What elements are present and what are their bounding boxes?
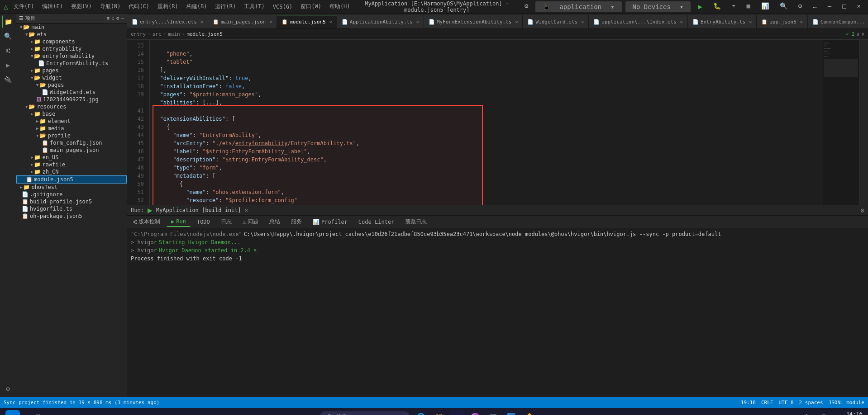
bottom-tab-summary[interactable]: 总结 [265, 217, 285, 227]
gear-btn[interactable]: ⚙ [795, 1, 806, 12]
more-btn[interactable]: … [809, 1, 820, 12]
tree-item-img[interactable]: 🖼 1702344909275.jpg [16, 96, 127, 103]
tree-item-ets[interactable]: ▼ 📂 ets [16, 31, 127, 38]
taskbar-icon-files[interactable]: 📁 [432, 410, 446, 415]
run-start-btn[interactable]: ▶ [148, 207, 153, 214]
menu-tools[interactable]: 工具(T) [241, 2, 267, 11]
menu-code[interactable]: 代码(C) [126, 2, 152, 11]
start-button[interactable]: ⊞ [5, 410, 20, 415]
settings-side-icon[interactable]: ⚙ [2, 382, 14, 395]
system-tray[interactable]: ∧ 中 ⊕ 🔊 [798, 413, 826, 415]
tree-toolbar-btn3[interactable]: ⚙ [116, 15, 119, 21]
minimize-btn[interactable]: — [824, 1, 835, 12]
breadcrumb-module[interactable]: module.json5 [186, 31, 222, 37]
tab-main-pages[interactable]: 📋 main_pages.json ✕ [208, 15, 277, 28]
close-btn[interactable]: ✕ [854, 1, 864, 12]
tree-item-pages[interactable]: ▶ 📁 pages [16, 67, 127, 74]
tab-close-btn[interactable]: ✕ [800, 19, 803, 24]
search-bar[interactable]: 🔍 搜索 [320, 411, 410, 415]
settings-icon[interactable]: ⚙ [521, 1, 532, 12]
stop-btn[interactable]: ■ [743, 1, 754, 12]
tab-close-btn[interactable]: ✕ [329, 19, 332, 24]
tab-close-btn[interactable]: ✕ [680, 19, 683, 24]
menu-help[interactable]: 帮助(H) [327, 2, 353, 11]
run-btn[interactable]: ▶ [694, 1, 706, 12]
tree-item-media[interactable]: ▶ 📁 media [16, 125, 127, 132]
tree-item-entryability[interactable]: ▶ 📁 entryability [16, 45, 127, 52]
bottom-tab-version[interactable]: ⑆ 版本控制 [129, 217, 165, 227]
menu-view[interactable]: 视图(V) [68, 2, 95, 11]
breadcrumb-src[interactable]: src [153, 31, 162, 37]
tab-app-json5[interactable]: 📋 app.json5 ✕ [757, 15, 808, 28]
breadcrumb-main[interactable]: main [168, 31, 180, 37]
tab-module-json5[interactable]: 📋 module.json5 ✕ [277, 15, 337, 28]
tree-item-en-us[interactable]: ▶ 📁 en_US [16, 154, 127, 161]
tab-close-btn[interactable]: ✕ [269, 19, 272, 24]
menu-window[interactable]: 窗口(W) [298, 2, 324, 11]
tree-item-zh-cn[interactable]: ▶ 📁 zh_CN [16, 168, 127, 175]
tree-item-form-config[interactable]: 📋 form_config.json [16, 139, 127, 146]
tree-item-hvigorfile[interactable]: 📄 hvigorfile.ts [16, 205, 127, 212]
tab-widgetcard[interactable]: 📄 WidgetCard.ets ✕ [523, 15, 589, 28]
arrow-down-icon[interactable]: ∨ [861, 31, 864, 37]
tree-item-main-pages-json[interactable]: 📋 main_pages.json [16, 146, 127, 154]
taskbar-icon-dev[interactable]: ◇ [450, 410, 464, 415]
tree-item-resources[interactable]: ▼ 📂 resources [16, 103, 127, 110]
bottom-tab-linter[interactable]: Code Linter [354, 217, 399, 226]
menu-edit[interactable]: 编辑(E) [39, 2, 66, 11]
tab-close-btn[interactable]: ✕ [200, 19, 203, 24]
run-close-btn[interactable]: ✕ [245, 207, 248, 213]
tree-item-entryformability[interactable]: ▼ 📂 entryformability [16, 52, 127, 60]
taskbar-icon-1[interactable]: 🗂 [301, 410, 316, 415]
maximize-btn[interactable]: □ [839, 1, 849, 12]
plugin-icon[interactable]: 🔌 [2, 73, 14, 86]
tree-item-widgetcard[interactable]: 📄 WidgetCard.ets [16, 89, 127, 96]
menu-build[interactable]: 构建(B) [184, 2, 210, 11]
notifications-label[interactable]: 通知 [860, 42, 868, 45]
tree-item-components[interactable]: ▶ 📁 components [16, 38, 127, 45]
line-ending[interactable]: CRLF [761, 400, 773, 406]
file-type[interactable]: JSON: module [829, 400, 864, 406]
tree-item-gitignore[interactable]: 📄 .gitignore [16, 191, 127, 198]
indent-size[interactable]: 2 spaces [799, 400, 823, 406]
tree-item-element[interactable]: ▶ 📁 element [16, 118, 127, 125]
tab-myform[interactable]: 📄 MyFormExtensionAbility.ts ✕ [424, 15, 523, 28]
bottom-tab-preview-log[interactable]: 预览日志 [401, 217, 431, 227]
menu-run[interactable]: 运行(R) [212, 2, 238, 11]
tree-toolbar-btn1[interactable]: ≡ [107, 15, 110, 21]
taskbar-icon-blue[interactable]: 🟦 [504, 410, 519, 415]
tree-item-oh-package[interactable]: 📋 oh-package.json5 [16, 212, 127, 220]
menu-nav[interactable]: 导航(N) [97, 2, 124, 11]
debug-btn[interactable]: 🐛 [710, 1, 725, 12]
bottom-tab-log[interactable]: 日志 [216, 217, 236, 227]
search-side-icon[interactable]: 🔍 [2, 30, 14, 42]
run-side-icon[interactable]: ▶ [2, 59, 14, 71]
bottom-tab-run[interactable]: ▶ Run [167, 217, 191, 227]
tree-toolbar-btn4[interactable]: — [121, 15, 124, 21]
arrow-up-icon[interactable]: ∧ [857, 31, 860, 37]
tab-close-btn[interactable]: ✕ [416, 19, 419, 24]
bottom-tab-services[interactable]: 服务 [286, 217, 306, 227]
bottom-tab-problems[interactable]: ⚠ 问题 [238, 217, 263, 227]
menu-vcs[interactable]: VCS(G) [270, 3, 295, 11]
tree-item-rawfile[interactable]: ▶ 📁 rawfile [16, 161, 127, 168]
cursor-position[interactable]: 19:18 [741, 400, 756, 406]
tree-item-profile[interactable]: ▼ 📂 profile [16, 132, 127, 139]
tree-item-build-profile[interactable]: 📋 build-profile.json5 [16, 198, 127, 205]
taskbar-icon-purple[interactable]: 🟣 [468, 410, 482, 415]
profile-btn[interactable]: 📊 [758, 1, 773, 12]
explorer-icon[interactable]: 📁 [2, 15, 14, 28]
tree-item-widget-pages[interactable]: ▼ 📂 pages [16, 81, 127, 89]
run-config-dropdown[interactable]: 📱 application ▾ [535, 1, 621, 12]
tab-close-btn[interactable]: ✕ [749, 19, 752, 24]
tab-app-index[interactable]: 📄 application\...\Index.ets ✕ [589, 15, 688, 28]
tree-item-entryformability-ts[interactable]: 📄 EntryFormAbility.ts [16, 60, 127, 67]
tree-toolbar-btn2[interactable]: ↕ [111, 15, 114, 21]
bottom-tab-todo[interactable]: TODO [192, 217, 215, 226]
encoding[interactable]: UTF-8 [778, 400, 793, 406]
tree-item-ohostest[interactable]: ▶ 📁 ohosTest [16, 184, 127, 191]
tab-close-btn[interactable]: ✕ [515, 19, 518, 24]
tab-entry-ability[interactable]: 📄 EntryAbility.ts ✕ [688, 15, 757, 28]
taskbar-icon-laptop[interactable]: 💻 [486, 410, 501, 415]
run-settings-btn[interactable]: ⚙ [861, 207, 864, 214]
